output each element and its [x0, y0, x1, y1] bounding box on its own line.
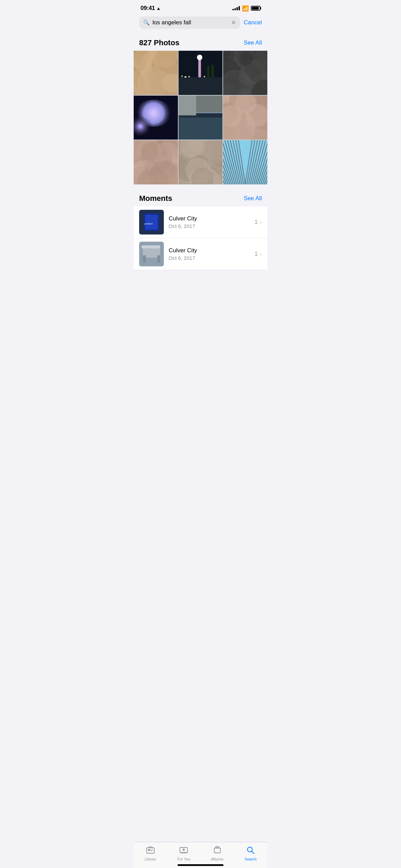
photo-grid — [134, 51, 267, 184]
moments-see-all[interactable]: See All — [244, 195, 262, 202]
moments-section: Moments See All Culver City Oct 6, 2017 … — [134, 189, 267, 270]
wifi-icon: 📶 — [242, 5, 249, 12]
photos-section-header: 827 Photos See All — [134, 33, 267, 51]
signal-icon — [232, 6, 240, 10]
moment-item[interactable]: Culver City Oct 6, 2017 1 › — [134, 238, 267, 270]
photo-cell[interactable] — [223, 96, 267, 140]
moment-info: Culver City Oct 6, 2017 — [169, 247, 250, 261]
moment-city: Culver City — [169, 247, 250, 254]
photos-count-title: 827 Photos — [139, 38, 179, 47]
moment-count-wrap: 1 › — [255, 219, 262, 226]
status-bar: 09:41 ▲ 📶 — [134, 0, 267, 14]
moment-info: Culver City Oct 6, 2017 — [169, 215, 250, 229]
battery-icon — [251, 6, 260, 11]
photo-cell[interactable] — [179, 96, 223, 140]
moments-title: Moments — [139, 194, 172, 203]
photo-cell[interactable] — [179, 140, 223, 184]
chevron-right-icon: › — [260, 219, 262, 226]
moment-thumbnail — [139, 210, 164, 234]
location-arrow-icon: ▲ — [156, 6, 161, 11]
moment-count-wrap: 1 › — [255, 251, 262, 258]
photo-cell[interactable] — [223, 51, 267, 95]
moment-thumbnail — [139, 242, 164, 266]
moment-item[interactable]: Culver City Oct 6, 2017 1 › — [134, 206, 267, 238]
clear-button[interactable]: ✕ — [231, 20, 236, 26]
photo-cell[interactable] — [223, 140, 267, 184]
photo-cell[interactable] — [134, 96, 178, 140]
status-icons: 📶 — [232, 5, 260, 12]
moments-section-header: Moments See All — [134, 189, 267, 206]
moment-date: Oct 6, 2017 — [169, 223, 250, 229]
photo-cell[interactable] — [179, 51, 223, 95]
moment-date: Oct 6, 2017 — [169, 255, 250, 261]
cancel-button[interactable]: Cancel — [244, 19, 262, 26]
search-input[interactable] — [153, 19, 228, 26]
chevron-right-icon: › — [260, 251, 262, 258]
moment-count: 1 — [255, 251, 258, 257]
photo-cell[interactable] — [134, 140, 178, 184]
moment-count: 1 — [255, 219, 258, 226]
moment-city: Culver City — [169, 215, 250, 222]
photo-cell[interactable] — [134, 51, 178, 95]
search-input-wrapper[interactable]: 🔍 ✕ — [139, 16, 240, 29]
photos-see-all[interactable]: See All — [244, 39, 262, 46]
search-icon: 🔍 — [143, 20, 150, 26]
status-time: 09:41 — [141, 5, 155, 12]
search-bar: 🔍 ✕ Cancel — [134, 14, 267, 33]
